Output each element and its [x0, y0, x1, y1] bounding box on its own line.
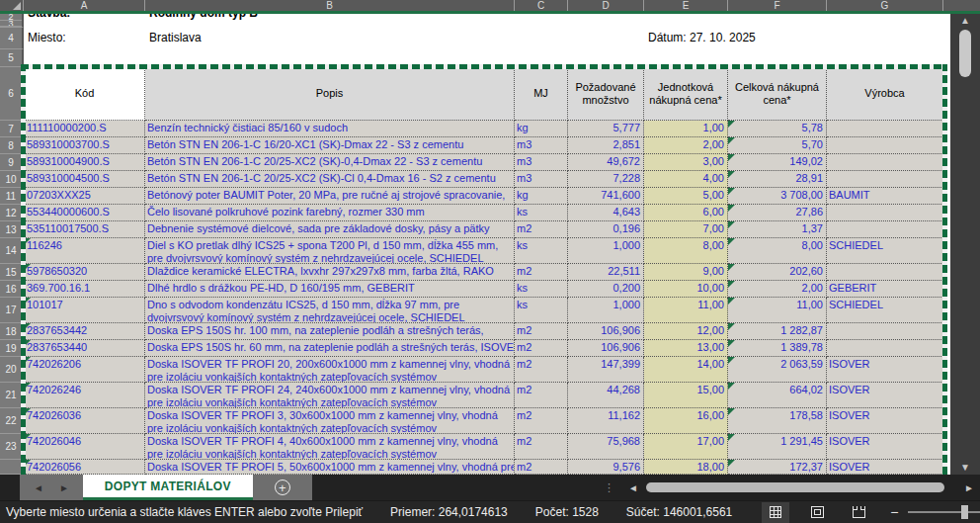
cell-jednotkova-cena[interactable]: 2,00: [644, 137, 728, 154]
cell-kod[interactable]: 589310003700.S: [24, 137, 145, 154]
cell-celkova-cena[interactable]: 27,86: [728, 205, 827, 221]
stavba-label-cell[interactable]: Stavba:: [24, 14, 145, 28]
page-layout-view-button[interactable]: [803, 502, 831, 523]
cell-mnozstvo[interactable]: 49,672: [568, 154, 644, 171]
horizontal-scrollbar-track[interactable]: [646, 481, 956, 493]
cell-vyrobca[interactable]: ISOVER: [827, 383, 943, 408]
cell-popis[interactable]: Betón STN EN 206-1-C 16/20-XC1 (SK)-Dmax…: [145, 137, 515, 154]
cell-mj[interactable]: m3: [515, 171, 568, 188]
cell-mj[interactable]: m2: [515, 340, 568, 357]
cell-mnozstvo[interactable]: 4,643: [568, 205, 644, 221]
cell-vyrobca[interactable]: [827, 154, 943, 171]
row-header-2-3[interactable]: 23: [0, 14, 24, 28]
empty-cell[interactable]: [568, 14, 644, 28]
cell-popis[interactable]: Čelo lisované polkruhové pozink farebný,…: [145, 205, 515, 221]
scroll-left-icon[interactable]: ◄: [628, 482, 638, 493]
cell-celkova-cena[interactable]: 1 291,45: [728, 434, 827, 460]
col-header-celkova-cena[interactable]: Celková nákupná cena*: [728, 67, 827, 121]
cell-popis[interactable]: Benzín technický čistiaci 85/160 v sudoc…: [145, 121, 515, 137]
empty-cell[interactable]: [728, 14, 827, 28]
cell-popis[interactable]: Doska EPS 150S hr. 100 mm, na zateplenie…: [145, 323, 515, 340]
page-break-view-button[interactable]: [845, 502, 872, 523]
cell-mnozstvo[interactable]: 1,000: [568, 238, 644, 264]
cell-vyrobca[interactable]: ISOVER: [827, 434, 943, 460]
cell-mnozstvo[interactable]: 9,576: [568, 460, 644, 475]
cell-kod[interactable]: 589310004900.S: [24, 154, 145, 171]
cell-mj[interactable]: m2: [515, 383, 568, 408]
cell-mnozstvo[interactable]: 75,968: [568, 434, 644, 460]
zoom-slider[interactable]: [908, 511, 980, 513]
cell-popis[interactable]: Dlhé hrdlo s drážkou PE-HD, D 160/195 mm…: [145, 281, 515, 298]
col-header-mnozstvo[interactable]: Požadované množstvo: [568, 67, 644, 121]
cell-kod[interactable]: 742026056: [24, 460, 145, 475]
cell-celkova-cena[interactable]: 11,00: [728, 298, 827, 323]
cell-jednotkova-cena[interactable]: 3,00: [644, 154, 728, 171]
miesto-label-cell[interactable]: Miesto:: [24, 28, 145, 49]
cell-popis[interactable]: Doska ISOVER TF PROFI 3, 30x600x1000 mm …: [145, 408, 515, 434]
cell-jednotkova-cena[interactable]: 8,00: [644, 238, 728, 264]
cell-mj[interactable]: m3: [515, 154, 568, 171]
cell-vyrobca[interactable]: ISOVER: [827, 460, 943, 475]
cell-jednotkova-cena[interactable]: 12,00: [644, 323, 728, 340]
cell-popis[interactable]: Debnenie systémové dielcové, sada pre zá…: [145, 221, 515, 238]
datum-cell[interactable]: Dátum: 27. 10. 2025: [644, 28, 827, 49]
column-header-f[interactable]: F: [728, 0, 827, 11]
cell-kod[interactable]: 101017: [24, 298, 145, 323]
column-header-d[interactable]: D: [568, 0, 644, 11]
cell-kod[interactable]: 742026036: [24, 408, 145, 434]
empty-cell[interactable]: [827, 14, 943, 28]
cell-mnozstvo[interactable]: 147,399: [568, 357, 644, 383]
miesto-value-cell[interactable]: Bratislava: [145, 28, 515, 49]
column-header-a[interactable]: A: [24, 0, 145, 11]
cell-jednotkova-cena[interactable]: 15,00: [644, 383, 728, 408]
cell-mnozstvo[interactable]: 741,600: [568, 188, 644, 205]
cell-kod[interactable]: 2837653440: [24, 340, 145, 357]
cell-vyrobca[interactable]: [827, 137, 943, 154]
cell-celkova-cena[interactable]: 172,37: [728, 460, 827, 475]
select-all-button[interactable]: [0, 0, 24, 11]
cell-vyrobca[interactable]: ISOVER: [827, 408, 943, 434]
col-header-vyrobca[interactable]: Výrobca: [827, 67, 943, 121]
col-header-popis[interactable]: Popis: [145, 67, 515, 121]
tab-scroll-right-icon[interactable]: ►: [59, 482, 69, 493]
column-header-g[interactable]: G: [827, 0, 943, 11]
cell-jednotkova-cena[interactable]: 16,00: [644, 408, 728, 434]
cell-mnozstvo[interactable]: 106,906: [568, 340, 644, 357]
cell-mnozstvo[interactable]: 0,196: [568, 221, 644, 238]
col-header-jednotkova-cena[interactable]: Jednotková nákupná cena*: [644, 67, 728, 121]
vertical-scrollbar[interactable]: ▲ ▼: [950, 14, 980, 475]
row-header-4[interactable]: 4: [0, 28, 24, 49]
cell-mj[interactable]: ks: [515, 205, 568, 221]
cell-vyrobca[interactable]: [827, 171, 943, 188]
cell-mnozstvo[interactable]: 2,851: [568, 137, 644, 154]
cell-kod[interactable]: 742026206: [24, 357, 145, 383]
cell-mj[interactable]: m2: [515, 434, 568, 460]
cell-mj[interactable]: m2: [515, 357, 568, 383]
empty-cell[interactable]: [644, 14, 728, 28]
empty-cell[interactable]: [515, 14, 568, 28]
column-header-b[interactable]: B: [145, 0, 515, 11]
cell-mnozstvo[interactable]: 106,906: [568, 323, 644, 340]
cell-kod[interactable]: 5978650320: [24, 264, 145, 281]
cell-jednotkova-cena[interactable]: 10,00: [644, 281, 728, 298]
cell-mj[interactable]: ks: [515, 281, 568, 298]
cell-jednotkova-cena[interactable]: 9,00: [644, 264, 728, 281]
cell-popis[interactable]: Betón STN EN 206-1-C 20/25-XC2 (SK)-0,4-…: [145, 154, 515, 171]
cell-jednotkova-cena[interactable]: 1,00: [644, 121, 728, 137]
cell-celkova-cena[interactable]: 149,02: [728, 154, 827, 171]
cell-jednotkova-cena[interactable]: 11,00: [644, 298, 728, 323]
cell-mj[interactable]: m3: [515, 137, 568, 154]
sheet-tab-dopyt-materialov[interactable]: DOPYT MATERIÁLOV: [83, 475, 253, 500]
tabbar-divider-dots-icon[interactable]: ⋮: [604, 475, 614, 500]
cell-vyrobca[interactable]: [827, 221, 943, 238]
scroll-up-icon[interactable]: ▲: [960, 14, 970, 28]
cell-kod[interactable]: 111110000200.S: [24, 121, 145, 137]
scroll-right-icon[interactable]: ►: [964, 482, 974, 493]
cell-vyrobca[interactable]: [827, 323, 943, 340]
cell-vyrobca[interactable]: SCHIEDEL: [827, 238, 943, 264]
stavba-value-cell[interactable]: Rodinný dom typ B: [145, 14, 515, 28]
cell-celkova-cena[interactable]: 2 063,59: [728, 357, 827, 383]
cell-popis[interactable]: Doska ISOVER TF PROFI 5, 50x600x1000 mm …: [145, 460, 515, 475]
column-header-e[interactable]: E: [644, 0, 728, 11]
horizontal-scrollbar[interactable]: ◄ ►: [614, 475, 980, 500]
